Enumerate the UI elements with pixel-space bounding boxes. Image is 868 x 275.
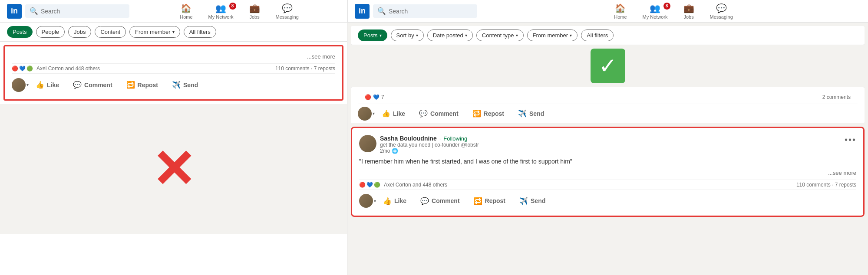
three-dots-menu[interactable]: ••• — [845, 135, 856, 145]
chevron-sortby-icon: ▾ — [416, 33, 418, 38]
search-icon-right: 🔍 — [377, 7, 386, 15]
tab-content-left[interactable]: Content — [95, 26, 126, 38]
nav-messaging-right[interactable]: 💬 Messaging — [703, 0, 740, 23]
network-badge-right: 8 — [663, 3, 670, 10]
repost-icon-right-preview: 🔁 — [472, 109, 481, 118]
nav-home-label-left: Home — [180, 14, 192, 20]
filter-posts-right[interactable]: Posts ▾ — [358, 29, 387, 41]
search-input-right[interactable] — [389, 8, 473, 15]
author-avatar-right — [359, 135, 376, 152]
right-nav-brand: in 🔍 — [355, 4, 477, 19]
like-button-left[interactable]: 👍 Like — [29, 77, 66, 92]
filter-all-right[interactable]: All filters — [581, 29, 614, 41]
see-more-right[interactable]: ...see more — [359, 170, 856, 176]
send-button-right-preview[interactable]: ✈️ Send — [511, 106, 551, 121]
filter-sortby-right[interactable]: Sort by ▾ — [391, 29, 424, 41]
network-badge-left: 8 — [229, 3, 236, 10]
messaging-icon-left: 💬 — [282, 3, 293, 13]
messaging-icon-right: 💬 — [716, 3, 727, 13]
comment-button-right-main[interactable]: 💬 Comment — [413, 193, 467, 209]
nav-home-right[interactable]: 🏠 Home — [607, 0, 634, 23]
filter-all-left[interactable]: All filters — [184, 26, 216, 38]
filter-member-left[interactable]: From member ▾ — [129, 26, 180, 38]
search-input-left[interactable] — [41, 8, 125, 15]
network-icon-right: 👥 — [650, 3, 660, 13]
right-action-bar-preview: ▾ 👍 Like 💬 Comment 🔁 Repost — [358, 104, 858, 123]
comment-icon-left: 💬 — [73, 81, 82, 89]
nav-messaging-label-right: Messaging — [710, 14, 733, 20]
nav-home-label-right: Home — [614, 14, 627, 20]
repost-button-right-main[interactable]: 🔁 Repost — [467, 193, 512, 209]
page-wrapper: in 🔍 🏠 Home 👥 8 My Network 💼 — [0, 0, 868, 275]
send-button-left[interactable]: ✈️ Send — [165, 77, 205, 92]
right-search-bar[interactable]: 🔍 — [373, 4, 477, 18]
comment-icon-right-main: 💬 — [420, 197, 429, 205]
send-icon-right-main: ✈️ — [519, 197, 528, 205]
right-top-bar: 🔴 💙 7 2 comments — [358, 91, 858, 104]
red-x-area: ✕ — [0, 104, 347, 234]
right-post-content: "I remember him when he first started, a… — [359, 157, 856, 166]
jobs-icon-right: 💼 — [683, 3, 694, 13]
see-more-left[interactable]: ...see more — [12, 53, 335, 60]
comment-button-right-preview[interactable]: 💬 Comment — [412, 106, 465, 121]
chevron-content-icon: ▾ — [516, 33, 518, 38]
emoji-2-left: 💙 — [19, 65, 26, 72]
left-nav-items: 🏠 Home 👥 8 My Network 💼 Jobs 💬 Messaging — [138, 0, 340, 23]
home-icon-right: 🏠 — [615, 3, 626, 13]
like-emoji-2: 💙 — [373, 94, 380, 100]
network-icon-left: 👥 — [215, 3, 226, 13]
tab-jobs-left[interactable]: Jobs — [68, 26, 91, 38]
main-layout: Posts People Jobs Content From member ▾ … — [0, 23, 868, 275]
right-post-header: Sasha Bouloudnine · Following get the da… — [359, 135, 856, 154]
engagement-stats-right: 110 comments · 7 reposts — [796, 182, 856, 188]
like-icon-right-preview: 👍 — [382, 109, 390, 118]
avatar-left — [12, 78, 26, 92]
home-icon-left: 🏠 — [181, 3, 191, 13]
nav-messaging-left[interactable]: 💬 Messaging — [269, 0, 306, 23]
emoji-3-left: 🟢 — [26, 65, 33, 72]
left-panel: Posts People Jobs Content From member ▾ … — [0, 23, 347, 275]
right-comments-count: 2 comments — [822, 94, 851, 100]
nav-network-label-left: My Network — [208, 14, 234, 20]
linkedin-logo-right: in — [355, 4, 370, 19]
like-button-right-main[interactable]: 👍 Like — [376, 193, 413, 209]
user-avatar-dropdown-left: ▾ — [12, 78, 29, 92]
engagement-stats-left: 110 comments · 7 reposts — [275, 65, 335, 72]
filter-content-right[interactable]: Content type ▾ — [476, 29, 524, 41]
nav-network-left[interactable]: 👥 8 My Network — [201, 0, 241, 23]
like-icon-right-main: 👍 — [383, 197, 392, 205]
right-navbar: in 🔍 🏠 Home 👥 8 My Network 💼 — [347, 0, 868, 23]
like-emoji-1: 🔴 — [365, 94, 371, 100]
user-avatar-dropdown-right-main: ▾ — [359, 194, 376, 208]
nav-network-right[interactable]: 👥 8 My Network — [636, 0, 675, 23]
right-post-preview: 🔴 💙 7 2 comments ▾ 👍 Like — [351, 87, 865, 123]
tab-people-left[interactable]: People — [36, 26, 65, 38]
nav-home-left[interactable]: 🏠 Home — [173, 0, 199, 23]
right-nav-items: 🏠 Home 👥 8 My Network 💼 Jobs 💬 Messaging — [486, 0, 861, 23]
left-post-card: ...see more 🔴 💙 🟢 Axel Corton and 448 ot… — [3, 45, 343, 101]
chevron-down-icon: ▾ — [172, 29, 175, 34]
filter-dated-right[interactable]: Date posted ▾ — [427, 29, 473, 41]
filter-member-right[interactable]: From member ▾ — [527, 29, 578, 41]
chevron-member-icon: ▾ — [570, 33, 572, 38]
repost-button-left[interactable]: 🔁 Repost — [119, 77, 165, 92]
emoji-1-right: 🔴 — [359, 182, 366, 188]
nav-jobs-left[interactable]: 💼 Jobs — [242, 0, 267, 23]
linkedin-logo-left: in — [7, 4, 22, 19]
nav-jobs-right[interactable]: 💼 Jobs — [677, 0, 701, 23]
author-description-right: get the data you need | co-founder @lobs… — [380, 142, 841, 148]
reaction-icons-right: 🔴 💙 🟢 Axel Corton and 448 others — [359, 182, 447, 188]
send-button-right-main[interactable]: ✈️ Send — [512, 193, 552, 209]
left-search-bar[interactable]: 🔍 — [25, 4, 129, 18]
like-button-right-preview[interactable]: 👍 Like — [375, 106, 412, 121]
right-filter-bar: Posts ▾ Sort by ▾ Date posted ▾ Content … — [351, 26, 865, 45]
like-count-area: 🔴 💙 7 — [365, 94, 384, 100]
tab-posts-left[interactable]: Posts — [7, 26, 33, 38]
repost-button-right-preview[interactable]: 🔁 Repost — [465, 106, 511, 121]
comment-button-left[interactable]: 💬 Comment — [66, 77, 119, 92]
user-avatar-dropdown-right-preview: ▾ — [358, 107, 375, 121]
left-navbar: in 🔍 🏠 Home 👥 8 My Network 💼 — [0, 0, 347, 23]
jobs-icon-left: 💼 — [249, 3, 260, 13]
like-number: 7 — [381, 94, 384, 100]
reaction-icons-left: 🔴 💙 🟢 Axel Corton and 448 others — [12, 65, 100, 72]
